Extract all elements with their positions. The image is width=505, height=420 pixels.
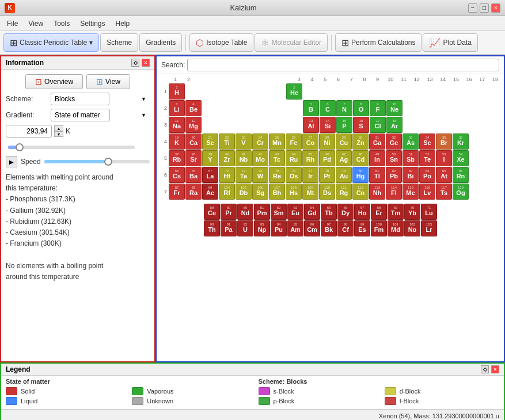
element-Er[interactable]: 68Er [371,204,387,220]
element-Pd[interactable]: 46Pd [319,150,335,166]
element-Mc[interactable]: 115Mc [403,184,419,200]
element-Am[interactable]: 95Am [287,220,303,236]
element-W[interactable]: 74W [252,167,268,183]
element-Nh[interactable]: 113Nh [369,184,385,200]
element-Ga[interactable]: 31Ga [369,133,385,150]
element-Es[interactable]: 99Es [354,220,370,236]
element-Rg[interactable]: 111Rg [336,184,352,200]
element-Md[interactable]: 101Md [388,220,404,236]
element-Cl[interactable]: 17Cl [370,117,386,133]
element-Ta[interactable]: 73Ta [236,167,252,183]
element-Ra[interactable]: 88Ra [185,184,202,200]
element-At[interactable]: 85At [436,167,452,183]
toolbar-scheme[interactable]: Scheme [100,33,138,52]
element-Nd[interactable]: 60Nd [237,204,253,220]
element-Ar[interactable]: 18Ar [386,117,403,133]
toolbar-classic-table[interactable]: ⊞ Classic Periodic Table ▾ [3,33,99,52]
element-Mg[interactable]: 12Mg [185,117,202,133]
element-Lr[interactable]: 103Lr [421,220,437,236]
element-K[interactable]: 19K [169,133,185,150]
element-Ac[interactable]: 89Ac [202,184,218,200]
overview-button[interactable]: ⊡ Overview [25,74,83,89]
toolbar-isotope[interactable]: ⬡ Isotope Table [189,33,253,52]
gradient-select[interactable]: State of matter Atomic radius Electroneg… [51,109,110,121]
view-button[interactable]: ⊞ View [86,74,130,89]
element-Ti[interactable]: 22Ti [219,133,235,150]
element-Cn[interactable]: 112Cn [352,184,369,200]
element-Se[interactable]: 34Se [419,133,435,150]
element-Bk[interactable]: 97Bk [321,220,337,236]
element-Th[interactable]: 90Th [204,220,220,236]
toolbar-molecular[interactable]: ⚛ Molecular Editor [255,33,328,52]
element-B[interactable]: 5B [303,100,319,116]
element-Tc[interactable]: 43Tc [269,150,285,166]
element-Ni[interactable]: 28Ni [319,133,335,150]
element-Zr[interactable]: 40Zr [219,150,235,166]
element-H[interactable]: 1H [169,83,185,100]
element-Lu[interactable]: 71Lu [421,204,437,220]
element-Tl[interactable]: 81Tl [369,167,385,183]
element-Cm[interactable]: 96Cm [304,220,320,236]
element-U[interactable]: 92U [237,220,253,236]
element-Sr[interactable]: 38Sr [185,150,202,166]
panel-close-button[interactable]: × [142,59,150,67]
element-Bh[interactable]: 107Bh [269,184,285,200]
element-La[interactable]: 57La [202,167,218,183]
element-Zn[interactable]: 30Zn [352,133,369,150]
element-No[interactable]: 102No [404,220,420,236]
menu-tools[interactable]: Tools [49,18,74,29]
element-Mt[interactable]: 109Mt [302,184,318,200]
element-Pu[interactable]: 94Pu [271,220,287,236]
element-Fr[interactable]: 87Fr [169,184,185,200]
element-Kr[interactable]: 36Kr [453,133,469,150]
element-Re[interactable]: 75Re [269,167,285,183]
element-I[interactable]: 53I [436,150,452,166]
element-N[interactable]: 7N [336,100,352,116]
element-In[interactable]: 49In [369,150,385,166]
element-Na[interactable]: 11Na [169,117,185,133]
element-Tb[interactable]: 65Tb [321,204,337,220]
element-Ds[interactable]: 110Ds [319,184,335,200]
element-Pa[interactable]: 91Pa [221,220,237,236]
element-C[interactable]: 6C [320,100,336,116]
element-Fl[interactable]: 114Fl [386,184,402,200]
element-Hs[interactable]: 108Hs [286,184,302,200]
temp-decrement[interactable]: ▼ [54,131,63,137]
close-button[interactable]: × [491,3,500,13]
element-O[interactable]: 8O [353,100,369,116]
element-Rh[interactable]: 45Rh [302,150,318,166]
element-Ag[interactable]: 47Ag [336,150,352,166]
element-Nb[interactable]: 41Nb [236,150,252,166]
element-Pb[interactable]: 82Pb [386,167,402,183]
temp-increment[interactable]: ▲ [54,125,63,131]
menu-help[interactable]: Help [111,18,135,29]
element-V[interactable]: 23V [236,133,252,150]
element-Li[interactable]: 3Li [169,100,185,116]
element-Os[interactable]: 76Os [286,167,302,183]
element-Cf[interactable]: 98Cf [337,220,354,236]
element-Si[interactable]: 14Si [320,117,336,133]
element-Br[interactable]: 35Br [436,133,452,150]
scheme-select[interactable]: Blocks Groups Crystal structure [51,93,109,105]
element-Pm[interactable]: 61Pm [254,204,270,220]
element-Fe[interactable]: 26Fe [286,133,302,150]
element-Po[interactable]: 84Po [419,167,435,183]
element-Cr[interactable]: 24Cr [252,133,268,150]
minimize-button[interactable]: − [468,3,477,13]
element-Pr[interactable]: 59Pr [221,204,237,220]
element-Te[interactable]: 52Te [419,150,435,166]
element-As[interactable]: 33As [403,133,419,150]
element-Gd[interactable]: 64Gd [304,204,320,220]
element-Lv[interactable]: 116Lv [419,184,435,200]
element-Np[interactable]: 93Np [254,220,270,236]
element-Y[interactable]: 39Y [202,150,218,166]
element-Mo[interactable]: 42Mo [252,150,268,166]
element-Rf[interactable]: 104Rf [219,184,235,200]
element-Hg[interactable]: 80Hg [352,167,369,183]
menu-view[interactable]: View [24,18,48,29]
maximize-button[interactable]: □ [480,3,489,13]
temperature-input[interactable] [6,125,52,138]
element-Sg[interactable]: 106Sg [252,184,268,200]
element-He[interactable]: 2He [286,83,302,100]
element-Eu[interactable]: 63Eu [287,204,303,220]
